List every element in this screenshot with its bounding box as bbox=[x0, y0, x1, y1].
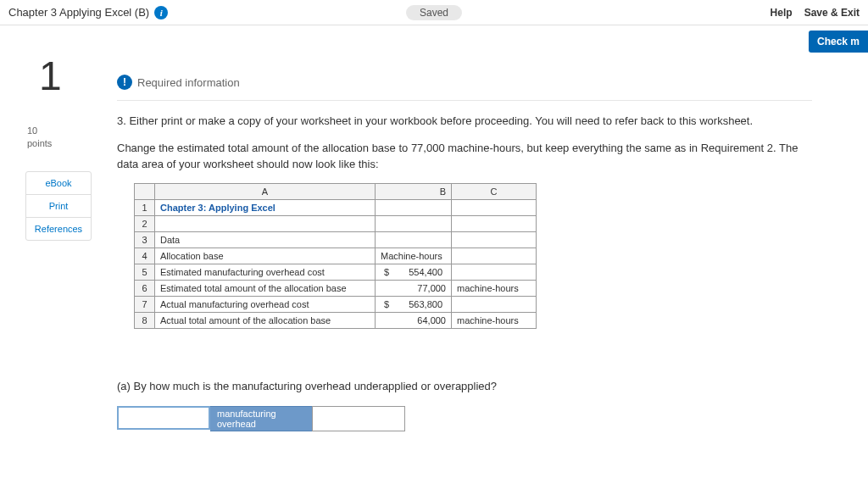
table-row: 7 Actual manufacturing overhead cost $56… bbox=[135, 296, 537, 312]
row-num: 1 bbox=[135, 199, 155, 215]
cell-b2 bbox=[376, 215, 452, 231]
main-content: ! Required information 3. Either print o… bbox=[102, 58, 860, 431]
points-block: 10 points bbox=[25, 125, 102, 151]
cell-c8: machine-hours bbox=[452, 312, 537, 328]
dollar-icon: $ bbox=[381, 299, 392, 309]
cell-b3 bbox=[376, 231, 452, 248]
help-link[interactable]: Help bbox=[771, 7, 793, 19]
chapter-title: Chapter 3 Applying Excel (B) bbox=[8, 6, 149, 19]
save-exit-link[interactable]: Save & Exit bbox=[804, 7, 860, 19]
top-bar: Chapter 3 Applying Excel (B) i Saved Hel… bbox=[0, 0, 868, 25]
table-row: 1 Chapter 3: Applying Excel bbox=[135, 199, 537, 215]
cell-c5 bbox=[452, 264, 537, 280]
cell-c2 bbox=[452, 215, 537, 231]
saved-status: Saved bbox=[406, 5, 462, 20]
left-sidebar: 1 10 points eBook Print References bbox=[25, 58, 102, 431]
print-link[interactable]: Print bbox=[26, 195, 91, 218]
answer-row: manufacturing overhead bbox=[117, 406, 860, 431]
cell-b1 bbox=[376, 199, 452, 215]
table-row: 5 Estimated manufacturing overhead cost … bbox=[135, 264, 537, 280]
worksheet-table: A B C 1 Chapter 3: Applying Excel 2 3 Da… bbox=[134, 183, 537, 329]
cell-b7: $563,800 bbox=[376, 296, 452, 312]
required-info-label: Required information bbox=[137, 76, 240, 89]
points-label: points bbox=[27, 137, 102, 150]
row-num: 4 bbox=[135, 248, 155, 264]
cell-a4: Allocation base bbox=[155, 248, 376, 264]
cell-b4: Machine-hours bbox=[376, 248, 452, 264]
top-right-actions: Help Save & Exit bbox=[771, 7, 860, 19]
cell-a7: Actual manufacturing overhead cost bbox=[155, 296, 376, 312]
cell-c3 bbox=[452, 231, 537, 248]
cell-a2 bbox=[155, 215, 376, 231]
question-a-text: (a) By how much is the manufacturing ove… bbox=[117, 380, 860, 392]
col-header-c: C bbox=[452, 183, 537, 199]
info-icon[interactable]: i bbox=[154, 6, 168, 19]
question-number: 1 bbox=[25, 53, 102, 99]
cell-c1 bbox=[452, 199, 537, 215]
table-header-row: A B C bbox=[135, 183, 537, 199]
check-button[interactable]: Check m bbox=[809, 31, 868, 53]
row-num: 8 bbox=[135, 312, 155, 328]
cell-b8: 64,000 bbox=[376, 312, 452, 328]
answer-dropdown[interactable] bbox=[117, 406, 210, 430]
cell-b6: 77,000 bbox=[376, 280, 452, 296]
col-header-a: A bbox=[155, 183, 376, 199]
divider bbox=[117, 100, 812, 101]
answer-mid-label: manufacturing overhead bbox=[210, 406, 312, 431]
cell-c6: machine-hours bbox=[452, 280, 537, 296]
required-info-row: ! Required information bbox=[117, 75, 860, 90]
answer-amount-input[interactable] bbox=[312, 406, 405, 431]
row-num: 5 bbox=[135, 264, 155, 280]
ebook-link[interactable]: eBook bbox=[26, 172, 91, 195]
cell-a5: Estimated manufacturing overhead cost bbox=[155, 264, 376, 280]
points-value: 10 bbox=[27, 125, 102, 137]
table-row: 6 Estimated total amount of the allocati… bbox=[135, 280, 537, 296]
cell-a1: Chapter 3: Applying Excel bbox=[155, 199, 376, 215]
row-num: 6 bbox=[135, 280, 155, 296]
instruction-text: Change the estimated total amount of the… bbox=[117, 140, 812, 173]
step3-text: 3. Either print or make a copy of your w… bbox=[117, 113, 812, 130]
cell-b5: $554,400 bbox=[376, 264, 452, 280]
cell-c4 bbox=[452, 248, 537, 264]
row-num: 2 bbox=[135, 215, 155, 231]
table-row: 2 bbox=[135, 215, 537, 231]
table-row: 4 Allocation base Machine-hours bbox=[135, 248, 537, 264]
cell-a3: Data bbox=[155, 231, 376, 248]
table-row: 8 Actual total amount of the allocation … bbox=[135, 312, 537, 328]
references-link[interactable]: References bbox=[26, 218, 91, 240]
corner-cell bbox=[135, 183, 155, 199]
cell-c7 bbox=[452, 296, 537, 312]
dollar-icon: $ bbox=[381, 267, 392, 277]
table-row: 3 Data bbox=[135, 231, 537, 248]
sub-bar: Check m bbox=[0, 25, 868, 58]
alert-icon: ! bbox=[117, 75, 132, 90]
cell-a8: Actual total amount of the allocation ba… bbox=[155, 312, 376, 328]
side-links: eBook Print References bbox=[25, 171, 92, 241]
row-num: 3 bbox=[135, 231, 155, 248]
row-num: 7 bbox=[135, 296, 155, 312]
cell-a6: Estimated total amount of the allocation… bbox=[155, 280, 376, 296]
col-header-b: B bbox=[376, 183, 452, 199]
